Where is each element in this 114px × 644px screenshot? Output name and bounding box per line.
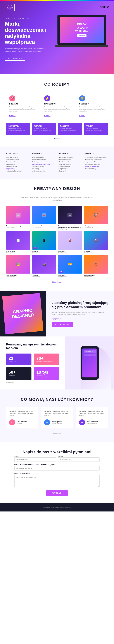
message-field[interactable] — [14, 475, 100, 487]
list-item[interactable]: Kampanie nazw — [59, 168, 82, 170]
about-title: Jesteśmy globalną firmą zajmującą się pr… — [52, 301, 108, 309]
portfolio-item-2[interactable]: 💻 Witryna internetowa do projektowania s… — [58, 206, 82, 230]
contact-title: Napisz do nas z wszelkimi pytaniami — [6, 450, 108, 454]
portfolio-item-4[interactable]: 📄 Projekt ulotki Projekt graficzny — [6, 231, 30, 254]
portfolio-item-1[interactable]: 📣 Kampania marki Projekt graficzny — [32, 206, 56, 230]
about-cta-button[interactable]: CZYTAJ WIĘCEJ — [52, 322, 73, 327]
list-item[interactable]: Projektowanie pełnego stosu — [85, 159, 108, 160]
contact-section: Napisz do nas z wszelkimi pytaniami Emai… — [0, 442, 114, 504]
portfolio-sublabel-1: Projekt graficzny — [32, 227, 56, 228]
about-link[interactable]: Zajrzyj z bliska — [52, 318, 108, 320]
testimonial-card-0: Sample text. Click to select the text bo… — [6, 407, 38, 428]
list-item[interactable]: Projektowanie ruchu — [32, 170, 56, 172]
submit-button[interactable]: WYSŁAĆ — [46, 490, 68, 496]
portfolio-badge-10: HOT — [59, 271, 63, 273]
hero-section: ART & DESIGN STUDIO STUDIO DOŚWIADCZONE … — [0, 1, 114, 74]
nagrody-link[interactable]: WIĘCEJ — [79, 115, 85, 116]
laptop-contact-button[interactable]: CONTACT — [77, 34, 87, 37]
bottom-marketing2-text: Duis aute irure dolor in reprehenderit i… — [60, 128, 80, 133]
strategy-col-strategia-title: Strategia — [6, 152, 29, 155]
svg-text:🎬: 🎬 — [42, 262, 46, 266]
list-item[interactable]: Strategia marki — [6, 161, 29, 163]
phone-field[interactable] — [14, 466, 100, 470]
portfolio-item-6[interactable]: 🎴 Wizytówki Projekt graficzny — [58, 231, 82, 254]
marketing-link[interactable]: WIĘCEJ — [44, 115, 50, 116]
strategy-col-rozwoj: Rozwój Projektowanie Architektury system… — [85, 152, 108, 172]
creative-title: KREATYWNY DESIGN — [6, 186, 108, 191]
portfolio-item-5[interactable]: 📱 BEST Aplikacje Projekt iphone — [32, 231, 56, 254]
ribbon-top — [0, 0, 114, 1]
list-item[interactable]: Identyfikacja wizualna i — [59, 156, 82, 158]
list-item[interactable]: Tożsamość zbiorową — [59, 164, 82, 165]
list-item[interactable]: Analityka i badania — [6, 156, 29, 158]
email-field[interactable] — [14, 458, 56, 462]
list-item[interactable]: Strategia treści — [6, 164, 29, 165]
about-left: GRAPHICDESIGNER — [0, 291, 46, 336]
list-item[interactable]: tożsamość werbalna — [59, 159, 82, 160]
svg-text:🎵: 🎵 — [94, 262, 98, 266]
hero-cta-button[interactable]: CZYTAJ WIĘCEJ — [5, 56, 25, 60]
dot-2 — [56, 138, 58, 139]
portfolio-item-8[interactable]: 🖼️ Karty plakatowe Projekt graficzny — [6, 255, 30, 277]
list-item[interactable]: Analiz godna komunikacji — [6, 170, 29, 172]
strategy-section: Strategia Analityka i badania Interaktyw… — [0, 146, 114, 179]
about-right: Jesteśmy globalną firmą zajmującą się pr… — [46, 291, 114, 336]
portfolio-badge-5: BEST — [33, 247, 37, 249]
phone-mockup: Turn your idea into a reality today — [81, 346, 99, 380]
laptop-base — [55, 45, 108, 47]
portfolio-item-9[interactable]: 🎬 Animacja Projekt iphone — [32, 255, 56, 277]
footer: Stworzone z ❤️ przez websitedemospl.wixs… — [0, 504, 114, 512]
list-item[interactable]: Rozwiązaj Shopify — [85, 168, 108, 170]
strategy-grid: Strategia Analityka i badania Interaktyw… — [6, 152, 108, 172]
laptop-mockup: READY TO WORK WITH US? CONTACT — [57, 14, 106, 45]
list-item purple-link[interactable]: Rozwiązaj WordPress — [85, 166, 108, 167]
strategy-col-branding-title: branding — [59, 152, 82, 155]
portfolio-item-3[interactable]: ✈️ Lekcje podróżna Projekt graficzny — [84, 206, 108, 230]
co-robimy-card-nagrody: 🏆 NAGRODY Duis aute irure dolor in repre… — [76, 92, 108, 120]
list-item[interactable]: Nazewnictwo marki — [59, 166, 82, 167]
stats-grid: 23 APLIKACJE 70+ STRONY INTERNETOWE 50+ … — [6, 354, 59, 380]
author-title-1: Główny Projektant — [52, 422, 62, 424]
phone-label: Wpisz swój numer telefonu (nieobowiązkow… — [14, 464, 100, 466]
portfolio-thumb-6: 🎴 — [58, 231, 82, 250]
projekt-label: PROJEKT — [9, 103, 35, 105]
bottom-ekspertyza-label: EKSPERTYZA — [8, 125, 28, 127]
list-item[interactable]: Integracja innych firm — [85, 161, 108, 163]
strategy-col-projekt-list: Kierunek kreatywny Przewodniki po marce … — [32, 156, 56, 172]
list-item[interactable]: Strategia cyfrowa — [6, 166, 29, 167]
list-item[interactable]: Interaktywne wywiady — [6, 159, 29, 160]
stat-item-1: 70+ STRONY INTERNETOWE — [34, 354, 59, 365]
portfolio-item-7[interactable]: 🎴 Wizytówki Projekt graficzny — [84, 231, 108, 254]
strategy-col-strategia-list: Analityka i badania Interaktywne wywiady… — [6, 156, 29, 172]
list-item[interactable]: aktualizacji — [32, 168, 56, 170]
marketing-label: MARKETING — [44, 103, 70, 105]
list-item[interactable]: Identyfikacja ruchowa — [59, 161, 82, 163]
bottom-card-wsparcie: WSPARCIE Duis aute irure dolor in repreh… — [32, 123, 56, 136]
testimonials-link-text[interactable]: Zajrzyj z bliska — [53, 433, 61, 434]
list-item purple-link[interactable]: UX/UI i projektowanie stron — [32, 164, 56, 165]
list-item[interactable]: Filmy marki — [59, 170, 82, 172]
list-item[interactable]: Tworzenie zasobów — [32, 166, 56, 167]
portfolio-item-11[interactable]: 🎵 Szablony muzyki Projekt graficzny — [84, 255, 108, 277]
list-item[interactable]: Optymalizacja wydajności — [85, 164, 108, 165]
list-item[interactable]: Przewodniki po marce — [32, 159, 56, 160]
list-item[interactable]: Projektowanie Architektury systemu — [85, 156, 108, 158]
portfolio-item-10[interactable]: 💳 HOT Wizytówki Projekt graficzny — [58, 255, 82, 277]
view-more-link[interactable]: Odkryj #Projekt — [52, 281, 62, 283]
name-field[interactable] — [58, 458, 100, 462]
projekt-link[interactable]: WIĘCEJ — [9, 115, 15, 116]
list-item[interactable]: Prototypy — [32, 161, 56, 163]
portfolio-label-3: Lekcje podróżna — [84, 225, 108, 227]
stats-title: Pomagamy najlepszym światowym markom — [6, 342, 59, 350]
creative-subtitle: Lorem ipsum dolor sit amet, consectetur … — [19, 196, 95, 201]
list-item[interactable]: Kierunek kreatywny — [32, 156, 56, 158]
stats-image-link[interactable]: Zajrzyj z bliska — [6, 382, 59, 384]
footer-text: Stworzone z ❤️ przez websitedemospl.wixs… — [6, 506, 108, 508]
portfolio-thumb-9: 🎬 — [32, 255, 56, 274]
testimonial-text-1: Sample text. Click to select the text bo… — [44, 410, 70, 417]
portfolio-item-0[interactable]: 🏢 Tożsamość korporacyjna Projekt graficz… — [6, 206, 30, 230]
stat-label-2: ZESPOŁY — [8, 375, 29, 376]
portfolio-label-9: Animacja — [32, 274, 56, 276]
strategy-col-projekt: Projekt Kierunek kreatywny Przewodniki p… — [32, 152, 56, 172]
list-item purple-link[interactable]: Optymalizacja — [6, 168, 29, 170]
